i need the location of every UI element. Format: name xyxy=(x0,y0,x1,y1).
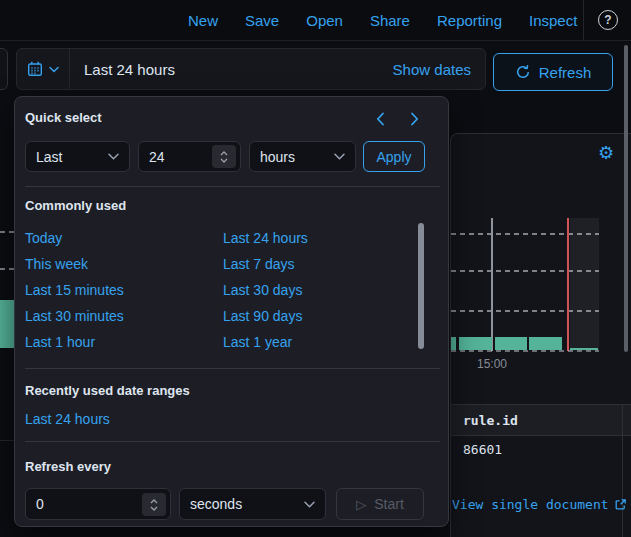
view-single-document-link[interactable]: View single document xyxy=(452,497,627,512)
nav-reporting[interactable]: Reporting xyxy=(437,12,502,29)
table-cell-value: 86601 xyxy=(463,442,502,457)
quick-link-today[interactable]: Today xyxy=(25,230,62,246)
refresh-every-title: Refresh every xyxy=(25,459,111,474)
chart-bar xyxy=(459,337,492,350)
gridline-fragment xyxy=(0,231,14,233)
quick-link-last-24-hours[interactable]: Last 24 hours xyxy=(223,230,308,246)
refresh-label: Refresh xyxy=(539,64,592,81)
refresh-unit-select[interactable]: seconds xyxy=(179,488,326,520)
stepper-up-icon xyxy=(150,499,158,504)
selected-range-label[interactable]: Last 24 hours xyxy=(84,61,175,78)
refresh-icon xyxy=(515,64,531,80)
nav-new[interactable]: New xyxy=(188,12,218,29)
commonly-used-title: Commonly used xyxy=(25,198,126,213)
play-icon: ▷ xyxy=(356,498,366,511)
nav-inspect[interactable]: Inspect xyxy=(529,12,577,29)
recently-used-title: Recently used date ranges xyxy=(25,383,190,398)
panel-edge-fragment xyxy=(0,440,14,441)
popover-divider xyxy=(25,186,440,187)
quick-link-this-week[interactable]: This week xyxy=(25,256,88,272)
unit-select-value: hours xyxy=(260,149,295,165)
chart-cursor-line xyxy=(491,218,493,351)
chart-bar xyxy=(495,337,527,350)
calendar-dropdown-button[interactable] xyxy=(17,49,69,89)
number-stepper[interactable] xyxy=(212,145,236,168)
view-single-document-label: View single document xyxy=(452,497,609,512)
chart-marker-line xyxy=(567,218,569,351)
amount-field-wrap xyxy=(138,141,241,172)
show-dates-button[interactable]: Show dates xyxy=(393,61,471,78)
start-refresh-button[interactable]: ▷ Start xyxy=(336,488,424,520)
tense-select-value: Last xyxy=(36,149,62,165)
chart-baseline xyxy=(451,350,599,352)
quick-link-last-1-hour[interactable]: Last 1 hour xyxy=(25,334,95,350)
amount-input[interactable] xyxy=(149,149,209,165)
chevron-down-icon xyxy=(108,153,119,160)
next-time-window-icon[interactable] xyxy=(403,108,425,130)
table-right-border xyxy=(622,404,623,537)
nav-open[interactable]: Open xyxy=(306,12,343,29)
number-stepper[interactable] xyxy=(142,493,166,516)
stepper-down-icon xyxy=(220,158,228,163)
quick-link-last-15-minutes[interactable]: Last 15 minutes xyxy=(25,282,124,298)
calendar-icon xyxy=(27,61,43,77)
datebar-divider xyxy=(69,49,70,89)
gear-icon[interactable]: ⚙ xyxy=(595,142,617,164)
chevron-down-icon xyxy=(304,501,315,508)
gridline-fragment xyxy=(0,268,14,270)
previous-time-window-icon[interactable] xyxy=(369,108,391,130)
start-label: Start xyxy=(374,496,404,512)
page-scrollbar[interactable] xyxy=(624,45,628,352)
external-link-icon xyxy=(614,498,627,511)
chevron-down-icon xyxy=(49,66,59,73)
apply-button[interactable]: Apply xyxy=(363,141,425,172)
unit-select[interactable]: hours xyxy=(249,141,356,172)
date-picker-popover: Quick select Last hours Apply xyxy=(14,96,449,527)
popover-divider xyxy=(25,441,440,442)
help-icon[interactable]: ? xyxy=(598,10,618,30)
refresh-button[interactable]: Refresh xyxy=(493,53,613,91)
quick-link-last-1-year[interactable]: Last 1 year xyxy=(223,334,292,350)
stepper-down-icon xyxy=(150,506,158,511)
query-bar-edge xyxy=(0,48,8,90)
popover-divider xyxy=(25,368,440,369)
nav-save[interactable]: Save xyxy=(245,12,279,29)
nav-share[interactable]: Share xyxy=(370,12,410,29)
chart-bar xyxy=(0,300,14,348)
screen: New Save Open Share Reporting Inspect ? xyxy=(0,0,631,537)
table-header-rule-id: rule.id xyxy=(451,404,631,436)
tense-select[interactable]: Last xyxy=(25,141,130,172)
quick-link-last-90-days[interactable]: Last 90 days xyxy=(223,308,302,324)
popover-scrollbar[interactable] xyxy=(418,223,424,349)
document-chart-panel: ⚙ 15:00 rule.id 86601 View single docume… xyxy=(450,133,631,537)
date-picker-bar: Last 24 hours Show dates xyxy=(16,48,486,90)
chart-bar xyxy=(451,337,456,350)
recently-used-last-24-hours[interactable]: Last 24 hours xyxy=(25,411,110,427)
refresh-interval-input[interactable] xyxy=(36,496,96,512)
top-nav: New Save Open Share Reporting Inspect xyxy=(188,0,577,40)
chart-bar xyxy=(529,337,562,350)
quick-select-title: Quick select xyxy=(25,110,102,125)
x-axis-tick-label: 15:00 xyxy=(477,357,507,371)
quick-link-last-30-minutes[interactable]: Last 30 minutes xyxy=(25,308,124,324)
quick-link-last-7-days[interactable]: Last 7 days xyxy=(223,256,295,272)
quick-link-last-30-days[interactable]: Last 30 days xyxy=(223,282,302,298)
topbar-divider xyxy=(583,0,584,40)
chart-shaded-region xyxy=(570,218,599,351)
stepper-up-icon xyxy=(220,151,228,156)
interval-field-wrap xyxy=(25,488,171,520)
refresh-unit-value: seconds xyxy=(190,496,242,512)
chevron-down-icon xyxy=(334,153,345,160)
top-bar: New Save Open Share Reporting Inspect ? xyxy=(0,0,631,41)
